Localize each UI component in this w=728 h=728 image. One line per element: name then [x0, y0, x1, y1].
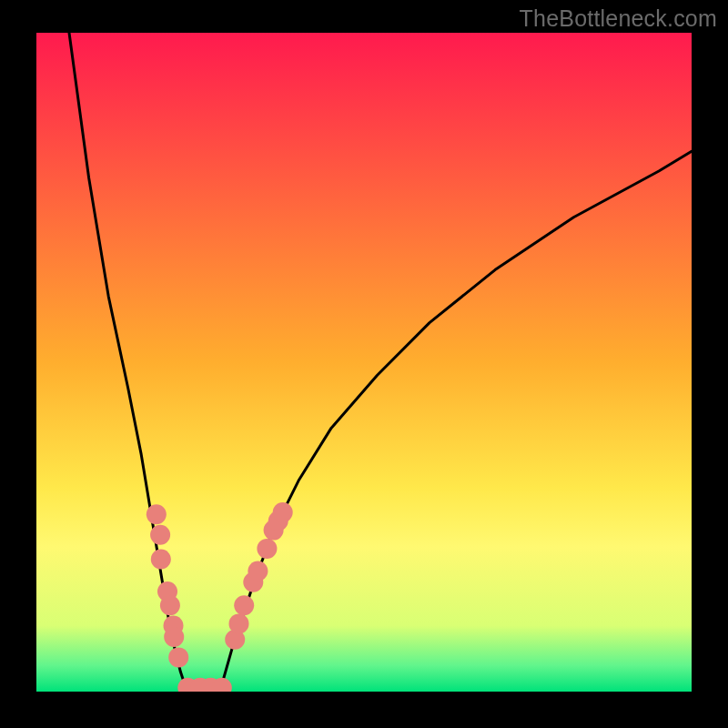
watermark-text: TheBottleneck.com — [520, 5, 717, 32]
marker-dot — [150, 525, 170, 545]
gradient-background — [36, 33, 692, 692]
marker-dot — [229, 613, 249, 633]
marker-dot — [257, 539, 277, 559]
marker-dot — [234, 595, 254, 615]
marker-dot — [164, 627, 184, 647]
marker-dot — [151, 550, 171, 570]
plot-area — [36, 33, 692, 698]
bottleneck-chart — [0, 0, 728, 728]
marker-dot — [248, 561, 268, 581]
marker-dot — [168, 647, 188, 667]
marker-dot — [147, 504, 167, 524]
marker-dot — [160, 595, 180, 615]
chart-frame: TheBottleneck.com — [0, 0, 728, 728]
marker-dot — [273, 502, 293, 522]
